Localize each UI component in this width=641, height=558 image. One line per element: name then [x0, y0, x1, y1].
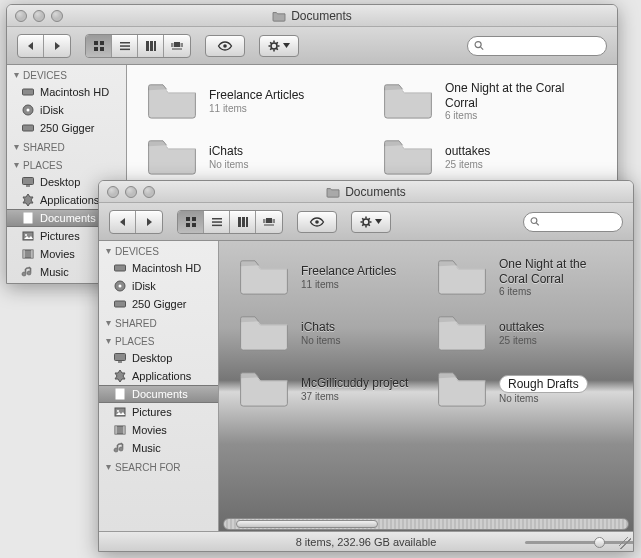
folder-item[interactable]: McGillicuddy project37 items — [237, 367, 417, 411]
sidebar-section-header[interactable]: DEVICES — [7, 65, 126, 83]
folder-name: McGillicuddy project — [301, 376, 408, 390]
quicklook-button[interactable] — [205, 35, 245, 57]
folder-item[interactable]: iChatsNo items — [237, 311, 417, 355]
svg-rect-70 — [115, 354, 126, 361]
apps-icon — [113, 369, 127, 383]
folder-item[interactable]: outtakes25 items — [435, 311, 615, 355]
finder-window-front[interactable]: Documents DEVICESMacintosh HDiDisk250 Gi… — [98, 180, 634, 552]
svg-line-25 — [481, 47, 484, 50]
horizontal-scrollbar[interactable] — [223, 517, 629, 531]
svg-rect-79 — [123, 426, 125, 434]
folder-item-count: 11 items — [209, 103, 304, 114]
svg-line-21 — [276, 48, 277, 49]
folder-item[interactable]: iChatsNo items — [145, 135, 363, 179]
music-icon — [21, 265, 35, 279]
zoom-button[interactable] — [51, 10, 63, 22]
quicklook-button[interactable] — [297, 211, 337, 233]
sidebar-item[interactable]: Desktop — [99, 349, 218, 367]
sidebar-item[interactable]: Pictures — [99, 403, 218, 421]
svg-rect-41 — [192, 217, 196, 221]
folder-item[interactable]: One Night at the Coral Corral6 items — [435, 255, 615, 299]
view-icons-button[interactable] — [86, 35, 112, 57]
folder-name-editing[interactable]: Rough Drafts — [499, 375, 588, 393]
icon-size-slider[interactable] — [525, 536, 605, 548]
action-button[interactable] — [351, 211, 391, 233]
folder-item[interactable]: Freelance Articles11 items — [237, 255, 417, 299]
window-title: Documents — [99, 185, 633, 199]
nav-buttons — [17, 34, 71, 58]
back-button[interactable] — [110, 211, 136, 233]
sidebar-section-header[interactable]: SHARED — [99, 313, 218, 331]
view-icons-button[interactable] — [178, 211, 204, 233]
sidebar-item[interactable]: 250 Gigger — [99, 295, 218, 313]
hd-icon — [113, 261, 127, 275]
folder-item[interactable]: Rough DraftsNo items — [435, 367, 615, 411]
sidebar-item-label: Documents — [132, 388, 188, 400]
sidebar-section-header[interactable]: PLACES — [99, 331, 218, 349]
sidebar-item[interactable]: iDisk — [99, 277, 218, 295]
search-input[interactable] — [540, 215, 616, 229]
search-icon — [474, 40, 484, 51]
folder-item[interactable]: outtakes25 items — [381, 135, 599, 179]
view-columns-button[interactable] — [230, 211, 256, 233]
folder-name: iChats — [209, 144, 248, 158]
svg-rect-6 — [120, 48, 130, 50]
folder-item-count: 6 items — [445, 110, 599, 121]
view-list-button[interactable] — [112, 35, 138, 57]
titlebar[interactable]: Documents — [7, 5, 617, 27]
svg-rect-39 — [31, 250, 33, 258]
sidebar-item[interactable]: Applications — [99, 367, 218, 385]
content-area[interactable]: Freelance Articles11 itemsOne Night at t… — [219, 241, 633, 531]
sidebar-item[interactable]: Macintosh HD — [99, 259, 218, 277]
sidebar-item[interactable]: Macintosh HD — [7, 83, 126, 101]
back-button[interactable] — [18, 35, 44, 57]
sidebar-item[interactable]: Movies — [99, 421, 218, 439]
action-button[interactable] — [259, 35, 299, 57]
sidebar-item[interactable]: iDisk — [7, 101, 126, 119]
close-button[interactable] — [107, 186, 119, 198]
search-input[interactable] — [484, 39, 600, 53]
desktop-icon — [113, 351, 127, 365]
sidebar-section-header[interactable]: SEARCH FOR — [99, 457, 218, 475]
folder-icon — [237, 255, 291, 299]
titlebar[interactable]: Documents — [99, 181, 633, 203]
minimize-button[interactable] — [125, 186, 137, 198]
sidebar-section-header[interactable]: SHARED — [7, 137, 126, 155]
svg-rect-66 — [115, 265, 126, 271]
sidebar-section-header[interactable]: PLACES — [7, 155, 126, 173]
sidebar-item-label: Movies — [132, 424, 167, 436]
resize-grip[interactable] — [619, 537, 631, 549]
view-columns-button[interactable] — [138, 35, 164, 57]
sidebar-item-label: Pictures — [40, 230, 80, 242]
sidebar-item[interactable]: Music — [99, 439, 218, 457]
folder-item[interactable]: Freelance Articles11 items — [145, 79, 363, 123]
forward-button[interactable] — [136, 211, 162, 233]
close-button[interactable] — [15, 10, 27, 22]
minimize-button[interactable] — [33, 10, 45, 22]
svg-line-63 — [368, 218, 369, 219]
view-list-button[interactable] — [204, 211, 230, 233]
folder-item-count: 11 items — [301, 279, 396, 290]
search-field[interactable] — [467, 36, 607, 56]
sidebar-section-header[interactable]: DEVICES — [99, 241, 218, 259]
disclosure-triangle-icon — [105, 248, 112, 255]
view-coverflow-button[interactable] — [256, 211, 282, 233]
svg-point-24 — [475, 42, 481, 48]
view-coverflow-button[interactable] — [164, 35, 190, 57]
svg-rect-31 — [26, 185, 30, 187]
sidebar-item[interactable]: 250 Gigger — [7, 119, 126, 137]
toolbar — [99, 203, 633, 241]
traffic-lights — [107, 186, 155, 198]
zoom-button[interactable] — [143, 186, 155, 198]
search-field[interactable] — [523, 212, 623, 232]
status-text: 8 items, 232.96 GB available — [296, 536, 437, 548]
disclosure-triangle-icon — [13, 144, 20, 151]
toolbar — [7, 27, 617, 65]
folder-item[interactable]: One Night at the Coral Corral6 items — [381, 79, 599, 123]
svg-rect-53 — [264, 224, 274, 225]
status-bar: 8 items, 232.96 GB available — [99, 531, 633, 551]
folder-name: iChats — [301, 320, 340, 334]
sidebar-item[interactable]: Documents — [99, 385, 218, 403]
sidebar-item-label: Music — [40, 266, 69, 278]
forward-button[interactable] — [44, 35, 70, 57]
